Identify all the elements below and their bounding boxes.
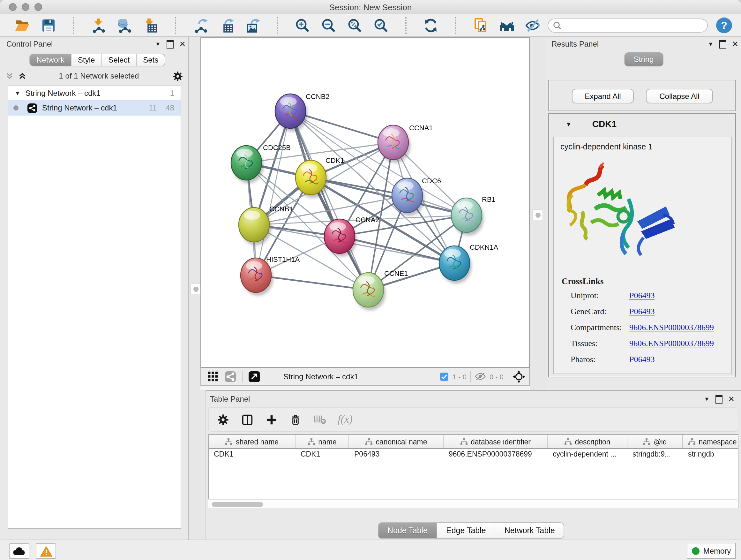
network-node-CDK1[interactable]: CDK1 xyxy=(295,157,344,198)
panel-menu-icon[interactable]: ▼ xyxy=(708,41,714,47)
panel-close-icon[interactable]: ✕ xyxy=(732,40,738,49)
tab-style[interactable]: Style xyxy=(71,54,102,66)
export-table-icon[interactable] xyxy=(219,17,234,33)
column-header-description[interactable]: description xyxy=(548,435,627,448)
import-network-icon[interactable] xyxy=(91,17,106,33)
tab-node-table[interactable]: Node Table xyxy=(378,522,437,539)
network-node-HIST1H1A[interactable]: HIST1H1A xyxy=(241,255,300,296)
panel-menu-icon[interactable]: ▼ xyxy=(155,41,161,47)
panel-close-icon[interactable]: ✕ xyxy=(728,395,735,403)
column-header-database-identifier[interactable]: database identifier xyxy=(444,435,548,448)
network-row[interactable]: String Network – cdk1 11 48 xyxy=(8,100,181,116)
network-node-count: 11 xyxy=(149,104,157,112)
tab-network[interactable]: Network xyxy=(29,54,71,66)
crosslinks-list: Uniprot:P06493GeneCard:P06493Compartment… xyxy=(570,291,730,370)
export-image-icon[interactable] xyxy=(245,17,260,33)
cloud-status-button[interactable] xyxy=(9,543,29,559)
tab-network-table[interactable]: Network Table xyxy=(495,522,564,539)
left-splitter-handle[interactable] xyxy=(190,284,201,294)
network-edge-CCNA2-CDKN1A[interactable] xyxy=(340,236,455,263)
search-input[interactable] xyxy=(548,18,708,33)
network-edge-CCNB2-CCNE1[interactable] xyxy=(290,111,368,290)
network-tree: ▼ String Network – cdk1 1 String Network… xyxy=(8,85,181,529)
expand-all-button[interactable]: Expand All xyxy=(572,89,634,104)
zoom-in-icon[interactable] xyxy=(295,17,310,33)
crosslink-link[interactable]: P06493 xyxy=(629,354,655,365)
first-neighbors-icon[interactable] xyxy=(499,17,515,33)
collapse-all-button[interactable]: Collapse All xyxy=(646,89,713,104)
open-folder-icon[interactable] xyxy=(15,17,30,33)
column-header-@id[interactable]: @id xyxy=(627,435,683,448)
memory-button[interactable]: Memory xyxy=(687,543,736,559)
collapse-all-networks-icon[interactable] xyxy=(5,71,14,80)
network-node-RB1[interactable]: RB1 xyxy=(451,195,495,236)
right-splitter-handle[interactable] xyxy=(532,209,543,220)
node-label-CCNA1: CCNA1 xyxy=(409,124,433,132)
network-node-CCNE1[interactable]: CCNE1 xyxy=(353,269,408,310)
birdseye-view-icon[interactable] xyxy=(248,370,260,383)
column-header-name[interactable]: name xyxy=(295,435,349,448)
delete-table-icon[interactable] xyxy=(313,413,326,426)
table-cell: CDK1 xyxy=(209,449,295,461)
node-label-CDC25B: CDC25B xyxy=(263,144,291,152)
crosslink-link[interactable]: 9606.ENSP00000378699 xyxy=(629,338,714,349)
fit-selected-crosshair-icon[interactable] xyxy=(513,370,525,383)
table-settings-gear-icon[interactable] xyxy=(216,413,229,426)
network-node-CDKN1A[interactable]: CDKN1A xyxy=(439,243,498,284)
save-session-icon[interactable] xyxy=(41,17,56,33)
network-collection-row[interactable]: ▼ String Network – cdk1 1 xyxy=(8,86,181,100)
table-toolbar: f(x) xyxy=(208,408,738,432)
crosslink-link[interactable]: 9606.ENSP00000378699 xyxy=(629,322,714,333)
table-hscrollbar-thumb[interactable] xyxy=(212,502,263,507)
selected-checkbox-icon xyxy=(440,372,449,381)
gene-expander-icon[interactable]: ▼ xyxy=(565,120,572,127)
show-hide-graphics-icon[interactable] xyxy=(525,17,541,33)
export-network-icon[interactable] xyxy=(193,17,208,33)
gene-entry-header[interactable]: ▼ CDK1 xyxy=(549,114,735,134)
tab-edge-table[interactable]: Edge Table xyxy=(437,522,495,539)
network-node-CCNA1[interactable]: CCNA1 xyxy=(378,124,433,163)
grid-view-icon[interactable] xyxy=(206,370,219,383)
panel-float-icon[interactable] xyxy=(716,395,723,403)
import-network-database-icon[interactable] xyxy=(117,17,132,33)
network-share-view-icon[interactable] xyxy=(224,370,237,383)
tab-sets[interactable]: Sets xyxy=(137,54,165,66)
window-title: Session: New Session xyxy=(0,3,741,12)
warnings-button[interactable] xyxy=(36,543,56,559)
tab-string[interactable]: String xyxy=(624,52,664,66)
panel-float-icon[interactable] xyxy=(166,40,174,48)
import-table-icon[interactable] xyxy=(143,17,158,33)
network-node-CCNB2[interactable]: CCNB2 xyxy=(275,92,330,132)
gene-entry-box: ▼ CDK1 cyclin-dependent kinase 1 xyxy=(548,113,736,377)
zoom-selected-icon[interactable] xyxy=(374,17,389,33)
function-builder-icon[interactable]: f(x) xyxy=(338,413,353,426)
expand-all-networks-icon[interactable] xyxy=(18,71,27,80)
table-hscrollbar[interactable] xyxy=(208,499,737,508)
show-columns-icon[interactable] xyxy=(241,413,253,426)
panel-float-icon[interactable] xyxy=(719,40,726,48)
collection-expander-icon[interactable]: ▼ xyxy=(15,90,20,97)
delete-column-trash-icon[interactable] xyxy=(289,413,302,426)
column-header-namespace[interactable]: namespace xyxy=(683,435,738,448)
table-row[interactable]: CDK1CDK1P064939606.ENSP00000378699cyclin… xyxy=(209,449,738,461)
column-header-canonical-name[interactable]: canonical name xyxy=(349,435,444,448)
column-header-shared-name[interactable]: shared name xyxy=(209,435,295,448)
tab-select[interactable]: Select xyxy=(102,54,137,66)
network-node-CDC6[interactable]: CDC6 xyxy=(392,177,441,216)
add-column-icon[interactable] xyxy=(265,413,278,426)
duplicate-network-icon[interactable] xyxy=(473,17,488,33)
node-label-CDKN1A: CDKN1A xyxy=(470,243,498,251)
table-cell: cyclin-dependent ... xyxy=(548,449,627,461)
refresh-view-icon[interactable] xyxy=(423,17,439,33)
crosslink-link[interactable]: P06493 xyxy=(629,307,655,317)
network-node-CCNA2[interactable]: CCNA2 xyxy=(324,216,380,257)
network-options-gear-icon[interactable] xyxy=(171,70,184,82)
table-cell: P06493 xyxy=(349,449,444,461)
help-icon[interactable]: ? xyxy=(716,17,732,33)
panel-close-icon[interactable]: ✕ xyxy=(179,40,186,49)
network-canvas[interactable]: CCNB2 CCNA1 CDC25B CDK1 CDC6 RB1 CCNB1 C… xyxy=(200,37,530,368)
zoom-out-icon[interactable] xyxy=(321,17,336,33)
crosslink-link[interactable]: P06493 xyxy=(629,291,655,301)
panel-menu-icon[interactable]: ▼ xyxy=(704,396,710,402)
zoom-fit-icon[interactable] xyxy=(347,17,362,33)
